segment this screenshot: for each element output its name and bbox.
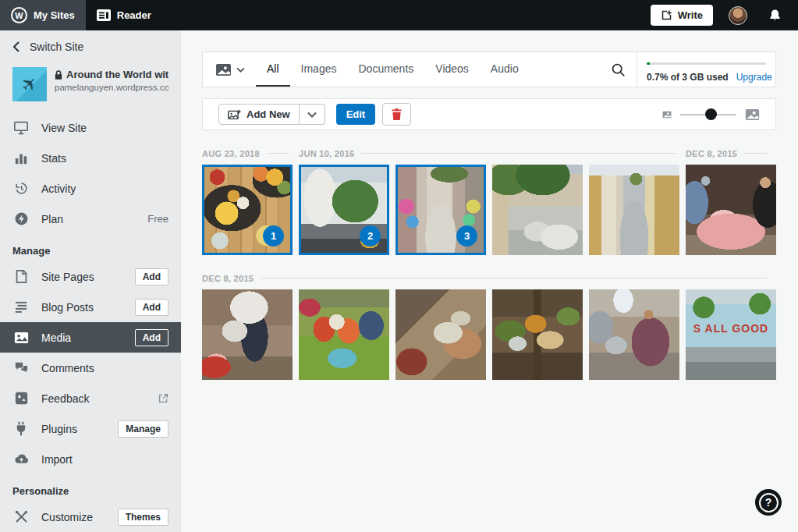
my-sites-label: My Sites [34,9,75,21]
site-url: pamelanguyen.wordpress.com [55,83,168,92]
sidebar-item-label: View Site [41,122,168,134]
themes-button[interactable]: Themes [118,509,168,526]
thumbnail-size-slider [662,108,760,121]
bar-chart-icon [12,151,30,165]
sidebar-item-label: Plugins [41,423,118,435]
add-new-dropdown-caret[interactable] [300,104,325,125]
tab-documents[interactable]: Documents [347,52,424,87]
external-link-icon [158,393,168,403]
media-toolbar: Add New Edit [202,98,776,130]
media-tile[interactable] [299,289,389,380]
plug-icon [12,421,30,436]
media-image-icon [12,332,30,344]
sidebar-item-blog-posts[interactable]: Blog Posts Add [0,292,181,322]
wordpress-logo-icon: W [11,7,27,23]
customize-tools-icon [12,510,30,523]
edit-button[interactable]: Edit [336,104,376,125]
sidebar-item-stats[interactable]: Stats [0,143,181,173]
chevron-left-icon [12,41,20,52]
sidebar-item-view-site[interactable]: View Site [0,112,181,143]
sidebar-item-customize[interactable]: Customize Themes [0,502,181,532]
sidebar-item-activity[interactable]: Activity [0,173,181,204]
sidebar: Switch Site ✈ Around the World with Pam … [0,30,181,532]
media-row: 1 2 3 [202,165,776,255]
date-label: JUN 10, 2016 [299,149,354,158]
write-button[interactable]: Write [651,5,713,26]
storage-used-label: 0.7% of 3 GB used [647,72,729,83]
media-tile[interactable] [589,289,679,380]
switch-site-button[interactable]: Switch Site [0,30,181,61]
media-tile[interactable] [686,165,776,255]
sidebar-item-plugins[interactable]: Plugins Manage [0,413,181,444]
compose-icon [661,9,672,21]
sidebar-item-label: Stats [41,152,168,165]
sidebar-item-label: Comments [41,362,168,374]
sidebar-item-site-pages[interactable]: Site Pages Add [0,261,181,292]
sidebar-item-label: Customize [41,511,118,523]
sidebar-item-import[interactable]: Import [0,444,181,474]
media-tile[interactable] [395,289,486,380]
question-mark-icon: ? [759,493,778,512]
switch-site-label: Switch Site [30,41,83,53]
feedback-grid-icon [12,392,30,405]
my-sites-tab[interactable]: W My Sites [0,0,86,30]
sidebar-item-label: Media [41,332,135,344]
media-tile[interactable]: 1 [202,165,293,255]
sidebar-section-personalize: Personalize [0,474,181,502]
date-header-row: AUG 23, 2018 JUN 10, 2016 DEC 8, 2015 [202,148,776,158]
reader-label: Reader [117,9,151,21]
main-content: All Images Documents Videos Audio 0.7% o… [181,30,798,532]
delete-button[interactable] [382,103,411,126]
media-row: S ALL GOOD [202,289,776,380]
help-button[interactable]: ? [755,489,782,516]
sidebar-item-comments[interactable]: Comments [0,353,181,383]
selection-badge: 3 [456,225,477,246]
add-page-button[interactable]: Add [135,268,168,286]
storage-progress-fill [647,62,650,65]
monitor-icon [12,121,30,135]
slider-track[interactable] [680,114,736,115]
add-new-button[interactable]: Add New [218,104,300,125]
media-tile[interactable]: 2 [299,165,389,255]
account-avatar[interactable] [729,6,747,25]
reader-tab[interactable]: Reader [86,0,162,30]
search-icon[interactable] [600,52,637,87]
media-tile[interactable] [492,289,583,380]
media-tile[interactable] [492,165,583,255]
cloud-upload-icon [12,453,30,465]
storage-meter: 0.7% of 3 GB used Upgrade [637,52,775,87]
notifications-bell-icon[interactable] [768,8,782,23]
tab-videos[interactable]: Videos [424,52,480,87]
sidebar-item-plan[interactable]: Plan Free [0,204,181,234]
page-icon [12,269,30,284]
add-new-label: Add New [246,108,290,120]
sidebar-item-feedback[interactable]: Feedback [0,383,181,413]
media-grid: AUG 23, 2018 JUN 10, 2016 DEC 8, 2015 1 … [202,148,776,380]
tab-images[interactable]: Images [290,52,348,87]
media-type-picker[interactable] [203,52,256,87]
selection-badge: 2 [360,225,381,246]
write-label: Write [678,9,703,21]
media-tile[interactable]: 3 [395,165,486,255]
media-tile[interactable] [589,165,679,255]
site-title: Around the World with Pam [66,69,168,80]
sidebar-item-media[interactable]: Media Add [0,322,181,353]
upgrade-link[interactable]: Upgrade [736,72,772,83]
sidebar-item-label: Blog Posts [41,301,135,314]
tab-audio[interactable]: Audio [480,52,530,87]
tab-all[interactable]: All [256,52,290,87]
media-tile[interactable] [202,289,293,380]
manage-plugins-button[interactable]: Manage [118,420,168,438]
current-site-card[interactable]: ✈ Around the World with Pam pamelanguyen… [0,61,181,112]
add-media-button[interactable]: Add [135,329,168,346]
top-bar: W My Sites Reader Write [0,0,798,30]
slider-thumb[interactable] [705,108,717,120]
plan-tier-label: Free [147,213,168,225]
date-label: AUG 23, 2018 [202,149,260,158]
add-post-button[interactable]: Add [135,299,168,316]
media-tile[interactable]: S ALL GOOD [686,289,776,380]
trash-icon [392,108,402,120]
date-header-row: DEC 8, 2015 [202,273,776,283]
image-type-icon [215,63,232,76]
sidebar-item-label: Import [41,453,168,466]
